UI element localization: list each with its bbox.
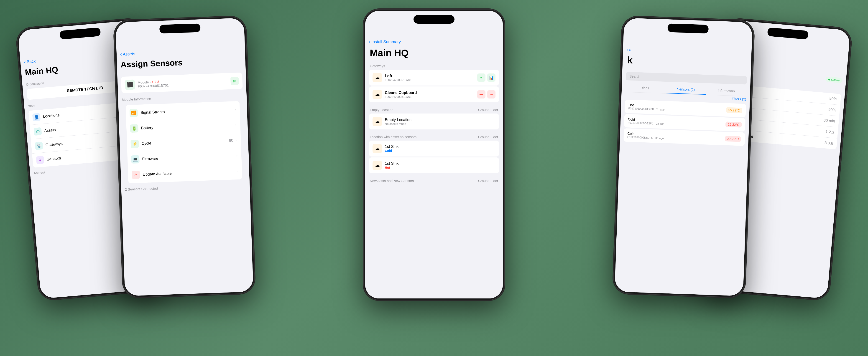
asset-cold-tag: Cold xyxy=(385,149,495,153)
empty-location-sub: No assets found xyxy=(385,122,495,126)
asset-cold-name: 1st Sink xyxy=(385,144,495,149)
firmware-label: Firmware xyxy=(142,153,234,161)
gateways-icon: 📡 xyxy=(35,141,43,150)
notch-4 xyxy=(668,24,709,33)
asset-hot-icon: ☁ xyxy=(373,161,382,170)
gateway-cleans-minus-btn[interactable]: — xyxy=(477,90,486,99)
gateway-loft[interactable]: ☁ Loft F00224700051B701 ≡ 📊 xyxy=(369,70,499,85)
assets-icon: 🏷 xyxy=(33,128,42,136)
empty-location-item[interactable]: ☁ Empty Location No assets found xyxy=(369,113,499,130)
locations-icon: 👤 xyxy=(32,113,41,121)
asset-floor: Ground Floor xyxy=(478,135,498,139)
cycle-value: 60 xyxy=(229,138,234,143)
empty-text: Empty Location No assets found xyxy=(385,118,495,126)
asset-section-header: Location with asset no sensors Ground Fl… xyxy=(365,133,503,140)
gateway-cleans-text: Cleans Cupboard F00224700051B701 xyxy=(385,91,474,99)
asset-hot-name: 1st Sink xyxy=(385,161,495,166)
gateway-loft-name: Loft xyxy=(385,74,474,78)
empty-location-floor: Ground Floor xyxy=(478,108,498,112)
detail-cycle-value: 60 min xyxy=(824,118,835,123)
module-icon: ⬛ xyxy=(125,79,135,90)
gateway-cleans-id: F00224700051B701 xyxy=(385,95,474,99)
asset-hot-text: 1st Sink Hot xyxy=(385,161,495,170)
tab-information[interactable]: Information xyxy=(706,86,747,96)
gateway-loft-icon: ☁ xyxy=(373,73,382,82)
firmware-icon: 💻 xyxy=(131,155,140,164)
back-button-center[interactable]: Install Summary xyxy=(365,37,503,47)
signal-icon: 📶 xyxy=(129,109,138,117)
empty-location-icon: ☁ xyxy=(373,117,382,126)
online-badge: Online xyxy=(826,76,842,83)
phone-center: Install Summary Main HQ Gateways ☁ Loft … xyxy=(364,9,504,300)
asset-sink-cold[interactable]: ☁ 1st Sink Cold xyxy=(369,141,499,156)
new-asset-floor: Ground Floor xyxy=(478,179,498,183)
status-bar-center xyxy=(365,26,503,37)
gateways-section-label: Gateways xyxy=(365,62,503,69)
empty-location-section: Empty Location Ground Floor ☁ Empty Loca… xyxy=(365,106,503,130)
new-asset-header: New Asset and New Sensors Ground Floor xyxy=(365,177,503,184)
update-icon: ⚠ xyxy=(132,171,140,179)
update-label: Update Available xyxy=(143,169,234,177)
sensor-cold-1-temp: 29.22°C xyxy=(725,121,742,128)
sensor-hot-text: Hot F0121030009DE2FB · 2h ago xyxy=(628,103,723,113)
phone-2: Assets Assign Sensors ⬛ Module · 1.2.3 F… xyxy=(114,16,255,298)
signal-label: Signal Strenth xyxy=(141,107,232,115)
online-dot xyxy=(828,78,830,80)
gateway-cleans[interactable]: ☁ Cleans Cupboard F00224700051B701 — ··· xyxy=(369,86,499,102)
gateway-loft-chart-btn[interactable]: 📊 xyxy=(487,73,495,82)
page-title-center: Main HQ xyxy=(365,47,503,62)
tab-settings[interactable]: tings xyxy=(625,83,666,93)
module-header: ⬛ Module · 1.2.3 F00224700051B701 ⊞ xyxy=(121,73,243,93)
back-partial-4[interactable]: ‹ s xyxy=(627,47,631,52)
detail-signal-value: 50% xyxy=(829,96,837,102)
detail-firmware-value: 1.2.3 xyxy=(826,130,834,135)
battery-label: Battery xyxy=(141,123,233,131)
gateway-cleans-more-btn[interactable]: ··· xyxy=(487,90,495,99)
phone-4: ‹ s k Search tings Sensors (2) Informati… xyxy=(613,16,754,298)
tab-sensors[interactable]: Sensors (2) xyxy=(665,84,706,95)
new-asset-section: New Asset and New Sensors Ground Floor xyxy=(365,177,503,184)
cycle-row: ⚡ Cycle 60 › xyxy=(127,133,241,151)
firmware-row: 💻 Firmware › xyxy=(127,148,242,167)
empty-location-header: Empty Location Ground Floor xyxy=(365,106,503,113)
update-row: ⚠ Update Available › xyxy=(128,164,242,182)
cycle-label: Cycle xyxy=(142,139,226,146)
gateway-cleans-icon: ☁ xyxy=(373,90,382,99)
sensor-cold-2-temp: 27.22°C xyxy=(725,136,741,142)
gateway-loft-signal-btn[interactable]: ≡ xyxy=(477,73,486,82)
gateway-cleans-actions: — ··· xyxy=(477,90,495,99)
asset-section: Location with asset no sensors Ground Fl… xyxy=(365,133,503,173)
asset-hot-tag: Hot xyxy=(385,166,495,170)
search-bar-4[interactable]: Search xyxy=(626,72,747,84)
asset-sink-hot[interactable]: ☁ 1st Sink Hot xyxy=(369,157,499,173)
asset-cold-text: 1st Sink Cold xyxy=(385,144,495,153)
new-asset-name: New Asset and New Sensors xyxy=(370,179,414,183)
signal-row: 📶 Signal Strenth › xyxy=(126,102,240,120)
module-action-btn[interactable]: ⊞ xyxy=(230,77,239,85)
gateway-cleans-name: Cleans Cupboard xyxy=(385,91,474,95)
gateway-loft-id: F00224700051B701 xyxy=(385,78,474,82)
notch-2 xyxy=(159,24,200,33)
notch-center xyxy=(413,15,455,24)
sensor-cold-1-text: Cold F0121030009DE2FC · 2h ago xyxy=(628,117,723,128)
asset-section-name: Location with asset no sensors xyxy=(370,135,416,139)
sensor-hot-temp: 55.22°C xyxy=(726,107,742,113)
detail-battery-value: 90% xyxy=(828,107,836,113)
module-section: ⬛ Module · 1.2.3 F00224700051B701 ⊞ Modu… xyxy=(117,69,250,194)
sensor-cold-2-text: Cold F0121030009DE2FC · 3h ago xyxy=(627,132,722,142)
filters-button[interactable]: Filters (2) xyxy=(732,97,746,101)
detail-update-value: 3.0.6 xyxy=(824,141,833,146)
empty-location-label: Empty Location xyxy=(385,118,495,122)
gateway-loft-text: Loft F00224700051B701 xyxy=(385,74,474,82)
battery-row: 🔋 Battery › xyxy=(126,117,241,136)
asset-cold-icon: ☁ xyxy=(373,144,382,153)
cycle-icon: ⚡ xyxy=(130,140,139,148)
empty-location-name-header: Empty Location xyxy=(370,108,393,112)
battery-icon: 🔋 xyxy=(130,124,138,133)
module-info-list: 📶 Signal Strenth › 🔋 Battery › ⚡ Cycle 6… xyxy=(126,101,242,183)
gateway-loft-actions: ≡ 📊 xyxy=(477,73,495,82)
sensors-icon: 🌡 xyxy=(36,156,44,164)
